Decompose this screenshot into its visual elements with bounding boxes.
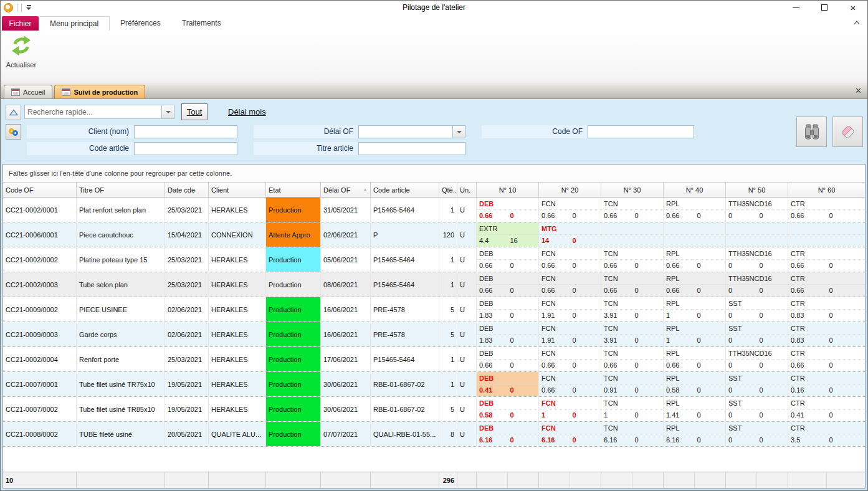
quick-access-dropdown-icon[interactable] [26, 5, 31, 10]
grid-cell-code_article[interactable]: PRE-4578 [371, 322, 439, 346]
grid-cell-op-n50[interactable]: SST00 [726, 297, 788, 322]
grid-cell-op-n60[interactable] [788, 222, 865, 247]
grid-cell-un[interactable]: U [457, 198, 477, 222]
grid-cell-qte[interactable]: 8 [439, 422, 457, 446]
grid-cell-client[interactable]: HERAKLES [209, 272, 266, 297]
grid-cell-op-n10[interactable]: DEB6.160 [477, 422, 539, 446]
table-row[interactable]: CC21-0002/0002Platine poteau type 1525/0… [3, 247, 865, 272]
grid-cell-qte[interactable]: 1 [439, 372, 457, 396]
close-document-icon[interactable]: ✕ [855, 87, 862, 95]
grid-cell-op-n10[interactable]: DEB0.580 [477, 397, 539, 421]
grid-cell-code_of[interactable]: CC21-0008/0002 [3, 422, 77, 446]
grid-cell-titre_of[interactable]: Renfort porte [77, 347, 165, 371]
grid-cell-op-n30[interactable]: TCN3.910 [601, 322, 664, 346]
grid-cell-op-n20[interactable]: FCN1.910 [539, 322, 601, 346]
grid-cell-qte[interactable]: 1 [439, 198, 457, 222]
grid-cell-op-n30[interactable]: TCN0.910 [601, 372, 664, 396]
grid-cell-qte[interactable]: 5 [439, 397, 457, 421]
table-row[interactable]: CC21-0002/0004Renfort porte25/03/2021HER… [3, 347, 865, 372]
grid-cell-op-n40[interactable]: RPL10 [664, 297, 726, 322]
grid-cell-code_article[interactable]: P15465-5464 [371, 272, 439, 297]
grid-cell-code_of[interactable]: CC21-0007/0001 [3, 372, 77, 396]
grid-cell-op-n40[interactable]: RPL0.660 [664, 247, 726, 272]
column-header-n-50[interactable]: N° 50 [726, 183, 788, 197]
grid-cell-code_of[interactable]: CC21-0006/0001 [3, 222, 77, 247]
grid-cell-un[interactable]: U [457, 222, 477, 247]
grid-cell-un[interactable]: U [457, 297, 477, 322]
grid-cell-delai_of[interactable]: 31/05/2021 [321, 198, 371, 222]
grid-cell-op-n50[interactable]: TTH35NCD1600 [726, 347, 788, 371]
grid-cell-etat[interactable]: Production [266, 322, 321, 346]
grid-cell-code_of[interactable]: CC21-0007/0002 [3, 397, 77, 421]
grid-cell-delai_of[interactable]: 16/06/2021 [321, 297, 371, 322]
grid-cell-delai_of[interactable]: 08/06/2021 [321, 272, 371, 297]
grid-cell-qte[interactable]: 1 [439, 347, 457, 371]
column-header-code-article[interactable]: Code article [371, 183, 439, 197]
grid-cell-titre_of[interactable]: Platine poteau type 15 [77, 247, 165, 272]
column-header-qt[interactable]: Qté... [439, 183, 457, 197]
grid-cell-op-n10[interactable]: DEB0.410 [477, 372, 539, 396]
quick-search-dropdown-button[interactable] [161, 105, 174, 118]
grid-cell-op-n20[interactable]: FCN10 [539, 397, 601, 421]
grid-cell-un[interactable]: U [457, 272, 477, 297]
column-header-client[interactable]: Client [209, 183, 266, 197]
grid-cell-op-n50[interactable]: TTH35NCD1600 [726, 198, 788, 222]
grid-cell-etat[interactable]: Production [266, 272, 321, 297]
grid-cell-un[interactable]: U [457, 247, 477, 272]
grid-cell-op-n60[interactable]: CTR0.830 [788, 322, 865, 346]
app-icon[interactable] [4, 3, 13, 12]
grid-cell-date_cde[interactable]: 25/03/2021 [165, 272, 209, 297]
grid-cell-qte[interactable]: 1 [439, 272, 457, 297]
grid-cell-delai_of[interactable]: 07/07/2021 [321, 422, 371, 446]
grid-cell-delai_of[interactable]: 30/06/2021 [321, 397, 371, 421]
grid-cell-date_cde[interactable]: 02/06/2021 [165, 322, 209, 346]
grid-cell-titre_of[interactable]: TUBE fileté usiné [77, 422, 165, 446]
grid-cell-delai_of[interactable]: 02/06/2021 [321, 222, 371, 247]
grid-cell-op-n40[interactable]: RPL1.410 [664, 397, 726, 421]
grid-cell-op-n40[interactable]: RPL0.660 [664, 198, 726, 222]
grid-cell-op-n40[interactable]: RPL10 [664, 322, 726, 346]
file-menu-button[interactable]: Fichier [2, 16, 39, 31]
collapse-filter-button[interactable] [6, 105, 21, 120]
grid-cell-code_article[interactable]: PRE-4578 [371, 297, 439, 322]
grid-cell-code_article[interactable]: RBE-01-6867-02 [371, 372, 439, 396]
grid-cell-op-n50[interactable]: TTH35NCD1600 [726, 247, 788, 272]
grid-cell-date_cde[interactable]: 25/03/2021 [165, 247, 209, 272]
grid-cell-code_of[interactable]: CC21-0009/0002 [3, 297, 77, 322]
column-header-d-lai-of[interactable]: Délai OF▲ [321, 183, 371, 197]
grid-cell-op-n60[interactable]: CTR0.660 [788, 247, 865, 272]
grid-cell-op-n40[interactable]: RPL0.580 [664, 372, 726, 396]
grid-cell-date_cde[interactable]: 19/05/2021 [165, 397, 209, 421]
grid-cell-etat[interactable]: Production [266, 297, 321, 322]
refresh-button[interactable]: Actualiser [1, 31, 41, 82]
column-header-etat[interactable]: Etat [266, 183, 321, 197]
titre-article-input[interactable] [358, 142, 465, 155]
grid-cell-op-n30[interactable]: TCN0.660 [601, 247, 664, 272]
grid-cell-titre_of[interactable]: Tube selon plan [77, 272, 165, 297]
grid-cell-date_cde[interactable]: 25/03/2021 [165, 347, 209, 371]
grid-cell-code_of[interactable]: CC21-0002/0003 [3, 272, 77, 297]
grid-cell-code_of[interactable]: CC21-0002/0001 [3, 198, 77, 222]
column-header-date-cde[interactable]: Date cde [165, 183, 209, 197]
grid-cell-op-n50[interactable] [726, 222, 788, 247]
grid-cell-op-n30[interactable]: TCN3.910 [601, 297, 664, 322]
tab-accueil[interactable]: Accueil [4, 85, 52, 98]
close-button[interactable]: × [839, 1, 867, 14]
grid-cell-op-n10[interactable]: EXTR4.416 [477, 222, 539, 247]
ribbon-tab-traitements[interactable]: Traitements [171, 16, 232, 31]
table-row[interactable]: CC21-0002/0003Tube selon plan25/03/2021H… [3, 272, 865, 297]
grid-cell-delai_of[interactable]: 30/06/2021 [321, 372, 371, 396]
minimize-button[interactable] [781, 1, 810, 14]
table-row[interactable]: CC21-0009/0002PIECE USINEE02/06/2021HERA… [3, 297, 865, 322]
grid-cell-code_article[interactable]: P [371, 222, 439, 247]
grid-cell-op-n60[interactable]: CTR0.660 [788, 347, 865, 371]
grid-cell-titre_of[interactable]: PIECE USINEE [77, 297, 165, 322]
grid-cell-delai_of[interactable]: 17/06/2021 [321, 347, 371, 371]
grid-cell-op-n40[interactable]: RPL6.160 [664, 422, 726, 446]
table-row[interactable]: CC21-0008/0002TUBE fileté usiné20/05/202… [3, 422, 865, 447]
quick-search-input[interactable] [25, 105, 161, 118]
grid-cell-code_of[interactable]: CC21-0009/0003 [3, 322, 77, 346]
search-button[interactable] [796, 117, 827, 147]
table-row[interactable]: CC21-0007/0001Tube filet usiné TR75x1019… [3, 372, 865, 397]
grid-cell-op-n30[interactable]: TCN6.160 [601, 422, 664, 446]
